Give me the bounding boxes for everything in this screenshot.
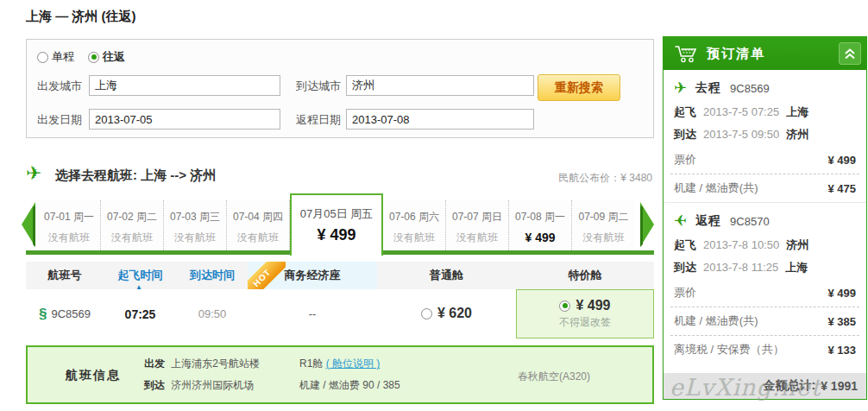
- economy-price-cell: ¥ 620: [377, 306, 516, 322]
- total-amount: ¥ 1991: [821, 379, 858, 393]
- depart-date-label: 出发日期: [37, 112, 82, 128]
- radio-checked-icon[interactable]: [88, 52, 99, 63]
- special-price-radio[interactable]: ¥ 499: [559, 298, 610, 313]
- inbound-fare-row: 票价 ¥ 499: [664, 279, 866, 307]
- depart-city-label: 出发城市: [37, 79, 82, 94]
- date-tab[interactable]: 07-07 周日 没有航班: [446, 200, 509, 250]
- arrive-airport-label: 到达: [144, 379, 165, 391]
- search-again-button[interactable]: 重新搜索: [538, 74, 620, 101]
- airport-fuel-fees: 机建 / 燃油费 90 / 385: [299, 378, 400, 393]
- inbound-flight-no: 9C8570: [730, 215, 770, 228]
- flight-info-box: 航班信息 出发 上海浦东2号航站楼 到达 济州济州国际机场 R1舱 ( 舱位说明…: [26, 345, 654, 404]
- next-dates-arrow[interactable]: [640, 202, 654, 247]
- caac-published-price: 民航公布价：¥ 3480: [558, 171, 652, 186]
- flight-table: 航班号 起飞时间 到达时间 商务经济座 普通舱 特价舱 ▲ HOT § 9C85…: [26, 262, 654, 338]
- page: 上海 — 济州 (往返) 单程 往返 出发城市 到达城市 出发日期 返程日期 重…: [0, 0, 868, 411]
- trip-oneway-radio[interactable]: 单程: [37, 49, 74, 65]
- inbound-tax-row: 机建 / 燃油费(共) ¥ 385: [664, 307, 866, 335]
- booking-panel: 预订清单 ✈ 去程 9C8569 起飞 2013-7-5 07:25 上海 到达…: [663, 36, 867, 400]
- date-tab[interactable]: 07-06 周六 没有航班: [383, 200, 446, 250]
- business-economy-cell: --: [248, 307, 377, 320]
- outbound-flight-no: 9C8569: [730, 82, 770, 95]
- cabin-block: R1舱 ( 舱位说明 ) 机建 / 燃油费 90 / 385: [299, 357, 400, 400]
- inbound-depart-row: 起飞 2013-7-8 10:50 济州: [664, 234, 866, 256]
- arrive-city-label: 到达城市: [296, 79, 341, 94]
- spring-airlines-logo-icon: §: [39, 307, 47, 321]
- date-tab[interactable]: 07-01 周一 没有航班: [38, 200, 101, 250]
- col-depart-time[interactable]: 起飞时间: [104, 268, 177, 283]
- outbound-label: 去程: [695, 80, 721, 96]
- outbound-fare-row: 票价 ¥ 499: [664, 146, 866, 174]
- trip-type-group: 单程 往返: [37, 49, 125, 65]
- trip-roundtrip-radio[interactable]: 往返: [88, 49, 125, 65]
- col-economy: 普通舱: [377, 268, 516, 283]
- collapse-panel-button[interactable]: [839, 42, 861, 65]
- search-form: 单程 往返 出发城市 到达城市 出发日期 返程日期 重新搜索: [26, 39, 654, 138]
- col-arrive-time[interactable]: 到达时间: [177, 268, 248, 283]
- trip-roundtrip-label: 往返: [103, 49, 125, 65]
- outbound-header: ✈ 去程 9C8569: [664, 70, 866, 101]
- date-tabs: 07-01 周一 没有航班 07-02 周二 没有航班 07-03 周三 没有航…: [38, 200, 635, 256]
- depart-date-input[interactable]: [89, 109, 280, 130]
- col-special: 特价舱: [516, 268, 654, 283]
- flight-info-title: 航班信息: [66, 368, 121, 383]
- table-header: 航班号 起飞时间 到达时间 商务经济座 普通舱 特价舱 ▲ HOT: [26, 262, 654, 289]
- plane-right-icon: ✈: [674, 80, 687, 96]
- arrive-airport: 济州济州国际机场: [171, 379, 254, 391]
- radio-checked-icon[interactable]: [559, 300, 570, 312]
- inbound-header: ✈ 返程 9C8570: [664, 203, 866, 234]
- cart-icon: [674, 44, 698, 63]
- total-label: 金额总计:: [764, 378, 816, 394]
- outbound-arrive-row: 到达 2013-7-5 09:50 济州: [664, 123, 866, 146]
- return-date-label: 返程日期: [296, 112, 341, 128]
- depart-airport-label: 出发: [144, 357, 165, 370]
- chevron-up-double-icon: [844, 48, 856, 60]
- economy-price-radio[interactable]: ¥ 620: [421, 306, 472, 321]
- plane-icon: ✈: [26, 164, 41, 183]
- special-note: 不得退改签: [559, 315, 611, 330]
- special-price: ¥ 499: [576, 298, 610, 313]
- arrive-city-input[interactable]: [346, 75, 534, 96]
- trip-oneway-label: 单程: [52, 49, 74, 65]
- date-tab-selected[interactable]: 07月05日 周五 ¥ 499: [290, 193, 383, 256]
- outbound-tax-row: 机建 / 燃油费(共) ¥ 475: [664, 174, 866, 202]
- page-title: 上海 — 济州 (往返): [26, 9, 136, 25]
- cabin-code: R1舱: [299, 357, 323, 370]
- outbound-depart-row: 起飞 2013-7-5 07:25 上海: [664, 101, 866, 123]
- special-price-cell[interactable]: ¥ 499 不得退改签: [516, 289, 654, 338]
- date-tab[interactable]: 07-08 周一 ¥ 499: [509, 200, 572, 250]
- date-tab[interactable]: 07-04 周四 没有航班: [227, 200, 290, 250]
- airline-aircraft: 春秋航空(A320): [518, 370, 590, 384]
- economy-price: ¥ 620: [437, 306, 472, 321]
- flight-number-cell: § 9C8569: [26, 307, 104, 321]
- prev-dates-arrow[interactable]: [22, 202, 35, 247]
- depart-airport: 上海浦东2号航站楼: [171, 357, 260, 370]
- date-tab[interactable]: 07-09 周二 没有航班: [572, 200, 635, 250]
- booking-panel-header: 预订清单: [664, 37, 866, 70]
- airports-block: 出发 上海浦东2号航站楼 到达 济州济州国际机场: [144, 357, 260, 400]
- cabin-info-link[interactable]: ( 舱位说明 ): [326, 357, 381, 370]
- arrive-time-cell: 09:50: [177, 307, 248, 320]
- date-tab[interactable]: 07-02 周二 没有航班: [101, 200, 164, 250]
- col-flight-no: 航班号: [26, 268, 104, 283]
- inbound-arrive-row: 到达 2013-7-8 11:25 上海: [664, 256, 866, 279]
- radio-unchecked-icon[interactable]: [421, 308, 432, 319]
- flight-row: § 9C8569 07:25 09:50 -- ¥ 620 ¥ 499 不得退改…: [26, 289, 654, 338]
- depart-city-input[interactable]: [89, 75, 280, 96]
- return-date-input[interactable]: [346, 109, 534, 130]
- total-bar: 金额总计: ¥ 1991: [664, 373, 866, 399]
- plane-left-icon: ✈: [674, 213, 687, 229]
- section-title: 选择去程航班: 上海 --> 济州: [55, 168, 216, 184]
- date-strip: 07-01 周一 没有航班 07-02 周二 没有航班 07-03 周三 没有航…: [26, 193, 654, 256]
- booking-panel-title: 预订清单: [707, 46, 765, 62]
- flight-section-header: ✈ 选择去程航班: 上海 --> 济州 民航公布价：¥ 3480: [26, 162, 654, 190]
- date-tab[interactable]: 07-03 周三 没有航班: [164, 200, 227, 250]
- col-business-economy: 商务经济座: [248, 262, 377, 289]
- radio-unchecked-icon[interactable]: [37, 52, 48, 63]
- depart-time-cell: 07:25: [104, 307, 177, 321]
- inbound-label: 返程: [695, 213, 721, 229]
- departure-tax-row: 离境税 / 安保费（共） ¥ 133: [664, 336, 866, 364]
- flight-number: 9C8569: [51, 307, 91, 320]
